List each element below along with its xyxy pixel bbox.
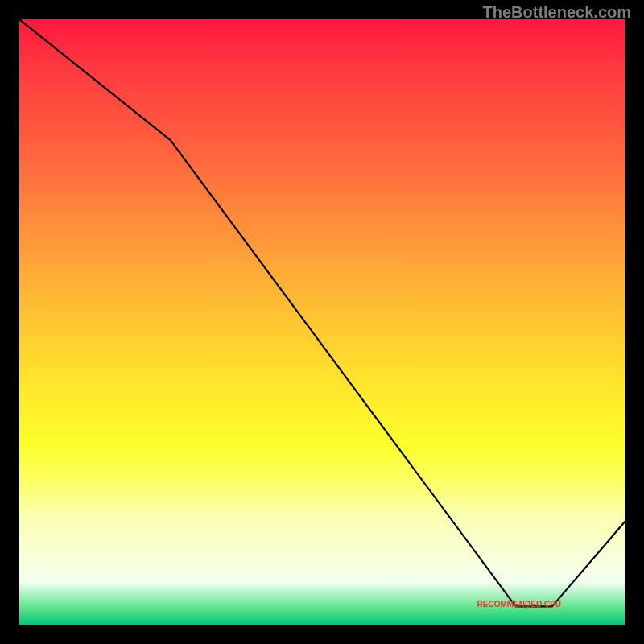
bottleneck-curve xyxy=(19,19,625,606)
chart-root: TheBottleneck.com RECOMMENDED CPU xyxy=(0,0,644,644)
plot-area: RECOMMENDED CPU xyxy=(18,18,626,626)
line-series xyxy=(19,19,625,625)
recommended-cpu-label: RECOMMENDED CPU xyxy=(477,599,561,608)
